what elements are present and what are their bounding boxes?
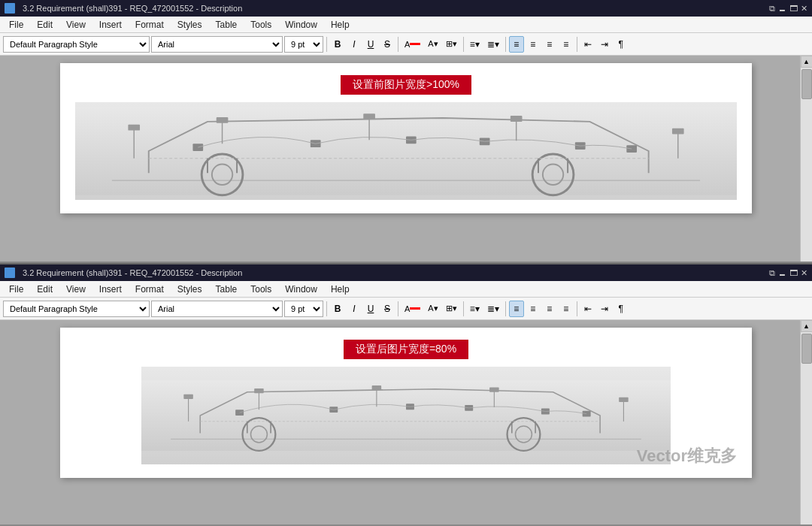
font-select-top[interactable]: Arial (151, 36, 283, 53)
sep1-bottom (326, 301, 327, 316)
car-svg-bottom (141, 367, 671, 464)
content-area-bottom: 设置后图片宽度=80% (0, 320, 812, 524)
svg-rect-12 (311, 140, 321, 147)
sep4-top (505, 37, 506, 52)
icon-close-bottom[interactable]: ✕ (801, 268, 807, 278)
bold-button-top[interactable]: B (330, 36, 345, 53)
bold-button-bottom[interactable]: B (330, 301, 345, 317)
menu-edit-bottom[interactable]: Edit (31, 283, 59, 296)
menu-window-bottom[interactable]: Window (279, 283, 323, 296)
para-marks-bottom[interactable]: ¶ (614, 301, 629, 317)
menu-file-top[interactable]: File (3, 18, 29, 32)
para-style-select-top[interactable]: Default Paragraph Style (3, 36, 150, 53)
list-ordered-top[interactable]: ≣▾ (484, 36, 502, 53)
menu-table-bottom[interactable]: Table (210, 283, 244, 296)
toolbar-top: Default Paragraph Style Arial 9 pt B I U… (0, 33, 812, 56)
title-bar-top: 3.2 Requirement (shall)391 - REQ_4720015… (0, 0, 812, 17)
menu-help-top[interactable]: Help (325, 18, 356, 32)
scroll-thumb-bottom[interactable] (801, 334, 812, 364)
menu-tools-top[interactable]: Tools (244, 18, 277, 32)
menu-insert-bottom[interactable]: Insert (93, 283, 128, 296)
doc-icon-top (5, 3, 15, 14)
title-bar-controls-bottom: ⧉ 🗕 🗖 ✕ (769, 268, 807, 278)
menu-format-top[interactable]: Format (129, 18, 170, 32)
menu-edit-top[interactable]: Edit (31, 18, 59, 32)
char-format-button-bottom[interactable]: ⊞▾ (443, 301, 460, 317)
menu-help-bottom[interactable]: Help (325, 283, 356, 296)
icon-max-bottom[interactable]: 🗖 (789, 268, 798, 277)
underline-button-bottom[interactable]: U (363, 301, 378, 317)
italic-button-top[interactable]: I (347, 36, 362, 53)
font-size-select-top[interactable]: 9 pt (284, 36, 323, 53)
menu-view-top[interactable]: View (60, 18, 92, 32)
scroll-up-bottom[interactable]: ▲ (801, 320, 813, 332)
toolbar-bottom: Default Paragraph Style Arial 9 pt B I U… (0, 298, 812, 320)
menu-window-top[interactable]: Window (279, 18, 323, 32)
scrollbar-bottom[interactable]: ▲ (800, 320, 812, 524)
list-ordered-bottom[interactable]: ≣▾ (484, 301, 502, 317)
sep3-top (463, 37, 464, 52)
strikethrough-button-top[interactable]: S (380, 36, 395, 53)
svg-rect-45 (254, 388, 264, 393)
indent-more-bottom[interactable]: ⇥ (597, 301, 612, 317)
menu-styles-top[interactable]: Styles (171, 18, 208, 32)
icon-restore-top[interactable]: ⧉ (769, 4, 775, 14)
menu-format-bottom[interactable]: Format (129, 283, 170, 296)
menu-styles-bottom[interactable]: Styles (171, 283, 208, 296)
content-area-top: 设置前图片宽度>100% (0, 56, 812, 261)
svg-rect-49 (489, 387, 499, 391)
align-left-top[interactable]: ≡ (509, 36, 524, 53)
document-page-bottom: 设置后图片宽度=80% (60, 328, 752, 478)
font-color-button-top[interactable]: A (401, 36, 423, 53)
menu-table-top[interactable]: Table (210, 18, 244, 32)
icon-min-top[interactable]: 🗕 (778, 4, 786, 13)
italic-button-bottom[interactable]: I (347, 301, 362, 317)
car-image-bottom (141, 367, 671, 464)
align-right-bottom[interactable]: ≡ (542, 301, 557, 317)
para-marks-top[interactable]: ¶ (614, 36, 629, 53)
title-bar-controls-top: ⧉ 🗕 🗖 ✕ (769, 4, 807, 14)
underline-button-top[interactable]: U (363, 36, 378, 53)
svg-rect-26 (672, 128, 684, 135)
indent-less-top[interactable]: ⇤ (580, 36, 595, 53)
list-unordered-top[interactable]: ≡▾ (467, 36, 483, 53)
svg-rect-27 (141, 380, 671, 451)
sep4-bottom (505, 301, 506, 316)
icon-restore-bottom[interactable]: ⧉ (769, 268, 775, 278)
menu-file-bottom[interactable]: File (3, 283, 29, 296)
align-justify-bottom[interactable]: ≡ (559, 301, 574, 317)
align-center-top[interactable]: ≡ (526, 36, 541, 53)
font-color-button-bottom[interactable]: A (401, 301, 423, 317)
font-size-select-bottom[interactable]: 9 pt (284, 301, 323, 317)
align-center-bottom[interactable]: ≡ (526, 301, 541, 317)
scrollbar-top[interactable]: ▲ (800, 56, 812, 261)
strikethrough-button-bottom[interactable]: S (380, 301, 395, 317)
indent-more-top[interactable]: ⇥ (597, 36, 612, 53)
menu-insert-top[interactable]: Insert (93, 18, 128, 32)
list-unordered-bottom[interactable]: ≡▾ (467, 301, 483, 317)
align-left-bottom[interactable]: ≡ (509, 301, 524, 317)
scroll-thumb-top[interactable] (801, 69, 812, 99)
menu-view-bottom[interactable]: View (60, 283, 92, 296)
panel-top: 3.2 Requirement (shall)391 - REQ_4720015… (0, 0, 812, 263)
highlight-button-bottom[interactable]: A▾ (425, 301, 441, 317)
align-right-top[interactable]: ≡ (542, 36, 557, 53)
scroll-up-top[interactable]: ▲ (801, 56, 813, 68)
indent-less-bottom[interactable]: ⇤ (580, 301, 595, 317)
icon-max-top[interactable]: 🗖 (789, 4, 798, 13)
font-select-bottom[interactable]: Arial (151, 301, 283, 317)
align-justify-top[interactable]: ≡ (559, 36, 574, 53)
menu-tools-bottom[interactable]: Tools (244, 283, 277, 296)
title-bar-text-top: 3.2 Requirement (shall)391 - REQ_4720015… (23, 4, 765, 13)
svg-rect-18 (217, 117, 229, 123)
before-label: 设置前图片宽度>100% (341, 75, 471, 95)
highlight-button-top[interactable]: A▾ (425, 36, 441, 53)
icon-min-bottom[interactable]: 🗕 (778, 268, 786, 277)
svg-rect-20 (363, 113, 375, 119)
svg-rect-11 (192, 144, 203, 151)
para-style-select-bottom[interactable]: Default Paragraph Style (3, 301, 150, 317)
sep3-bottom (463, 301, 464, 316)
title-bar-text-bottom: 3.2 Requirement (shall)391 - REQ_4720015… (23, 268, 765, 277)
char-format-button-top[interactable]: ⊞▾ (443, 36, 460, 53)
icon-close-top[interactable]: ✕ (801, 4, 807, 14)
